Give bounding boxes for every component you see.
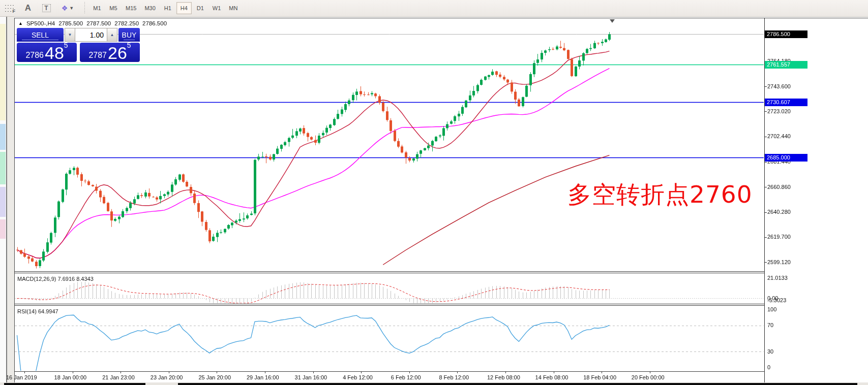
chart-header: ▲ SP500-,H4 2785.500 2787.500 2782.250 2…: [18, 20, 167, 26]
price-tick-label: 2640.280: [767, 209, 791, 215]
bottom-strip: [0, 382, 868, 385]
sell-price-big: 48: [45, 46, 64, 60]
rsi-indicator-label: RSI(14) 64.9947: [17, 308, 58, 314]
price-tick-label: 2723.020: [767, 108, 791, 114]
ohlc-open: 2785.500: [58, 20, 83, 26]
time-axis-label: 8 Feb 12:00: [439, 374, 469, 380]
sell-price-display[interactable]: 2786 48 5: [17, 43, 77, 62]
bottom-scrollbar[interactable]: [4, 383, 145, 385]
buy-price-small: 2787: [88, 51, 107, 60]
volume-increase-button[interactable]: ▲: [107, 28, 117, 42]
rsi-axis-label: 100: [767, 306, 776, 312]
window-border-top: [14, 18, 868, 18]
price-level-badge: 2685.000: [765, 154, 807, 162]
text-box-tool-button[interactable]: T: [38, 2, 55, 15]
price-tick-label: 2702.440: [767, 133, 791, 139]
timeframe-button-m30[interactable]: M30: [141, 2, 159, 14]
bottom-scrollbar[interactable]: [178, 383, 857, 385]
price-level-badge: 2730.607: [765, 99, 807, 106]
window-border-left: [14, 18, 15, 382]
macd-axis-label: 21.0133: [767, 275, 788, 281]
timeframe-button-m15[interactable]: M15: [122, 2, 140, 14]
sell-button[interactable]: SELL: [17, 28, 64, 42]
time-axis-label: 23 Jan 20:00: [151, 374, 183, 380]
buy-price-big: 26: [108, 46, 127, 60]
sell-price-small: 2786: [25, 51, 44, 60]
time-axis-label: 31 Jan 16:00: [295, 374, 327, 380]
price-axis-line: [764, 18, 765, 382]
buy-price-display[interactable]: 2787 26 5: [80, 43, 140, 62]
pane-border: [14, 371, 765, 372]
time-axis-label: 18 Jan 00:00: [54, 374, 87, 380]
ohlc-high: 2787.500: [86, 20, 111, 26]
text-box-icon: T: [42, 4, 51, 12]
time-axis-label: 4 Feb 12:00: [343, 374, 373, 380]
volume-input[interactable]: [75, 28, 107, 42]
sell-underline: [22, 40, 58, 40]
price-tick-label: 2599.120: [767, 259, 791, 265]
buy-button-label: BUY: [122, 31, 137, 39]
price-level-badge: 2761.557: [765, 61, 807, 69]
time-axis-label: 12 Feb 08:00: [487, 374, 520, 380]
timeframe-button-m5[interactable]: M5: [106, 2, 121, 14]
annotation-text: 多空转折点2760: [567, 179, 753, 211]
fibonacci-icon: F: [5, 5, 14, 12]
text-label-tool-button[interactable]: A: [19, 2, 37, 15]
chevron-up-icon: ▲: [110, 33, 114, 37]
time-axis-label: 18 Feb 04:00: [583, 374, 616, 380]
pane-splitter-rsi[interactable]: [14, 304, 765, 306]
text-label-icon: A: [25, 3, 31, 13]
timeframe-button-d1[interactable]: D1: [193, 2, 208, 14]
buy-button[interactable]: BUY: [118, 28, 140, 42]
ohlc-low: 2782.250: [114, 20, 139, 26]
timeframe-button-h1[interactable]: H1: [160, 2, 175, 14]
chevron-down-icon: ▼: [69, 6, 74, 11]
macd-indicator-label: MACD(12,26,9) 7.6916 8.4343: [17, 276, 94, 282]
current-price-badge: 2786.500: [765, 30, 807, 38]
sell-button-label: SELL: [32, 31, 49, 39]
shapes-tool-button[interactable]: ❖ ▼: [56, 2, 79, 15]
symbol-title: SP500-,H4: [26, 20, 55, 26]
buy-underline: [124, 40, 135, 40]
rsi-axis-label: 70: [767, 322, 773, 328]
toolbar-separator: [83, 2, 86, 14]
macd-axis-label: -5.3023: [767, 297, 786, 303]
time-axis-label: 16 Jan 2019: [6, 374, 37, 380]
price-tick-label: 2660.860: [767, 184, 791, 190]
timeframe-button-m1[interactable]: M1: [89, 2, 105, 14]
timeframe-button-mn[interactable]: MN: [225, 2, 241, 14]
time-axis-label: 25 Jan 20:00: [198, 374, 231, 380]
toolbar: F A T ❖ ▼ M1 M5 M15 M30 H1 H4 D1 W1 MN: [0, 0, 868, 17]
timeframe-button-w1[interactable]: W1: [209, 2, 225, 14]
time-axis-label: 29 Jan 16:00: [247, 374, 279, 380]
timeframe-button-h4[interactable]: H4: [176, 2, 192, 14]
time-axis-label: 14 Feb 08:00: [535, 374, 568, 380]
ohlc-close: 2786.500: [142, 20, 167, 26]
sell-price-sup: 5: [64, 42, 68, 49]
chevron-down-icon: ▼: [68, 33, 72, 37]
price-tick-label: 2743.600: [767, 83, 791, 89]
one-click-trading-panel: SELL ▼ ▲ BUY 2786 48 5 2787 26 5: [17, 28, 140, 62]
price-tick-label: 2619.700: [767, 234, 791, 240]
rsi-axis-label: 30: [767, 348, 773, 355]
buy-price-sup: 5: [127, 42, 131, 49]
fibonacci-tool-button[interactable]: F: [1, 2, 18, 15]
shapes-icon: ❖: [62, 4, 68, 12]
pane-splitter-macd[interactable]: [14, 271, 765, 273]
time-axis-label: 6 Feb 12:00: [391, 374, 421, 380]
volume-decrease-button[interactable]: ▼: [65, 28, 75, 42]
time-axis-label: 20 Feb 00:00: [632, 374, 665, 380]
collapse-panel-icon[interactable]: ▲: [18, 21, 23, 26]
time-axis-label: 21 Jan 23:00: [102, 374, 135, 380]
rsi-axis-label: 0: [767, 364, 770, 370]
